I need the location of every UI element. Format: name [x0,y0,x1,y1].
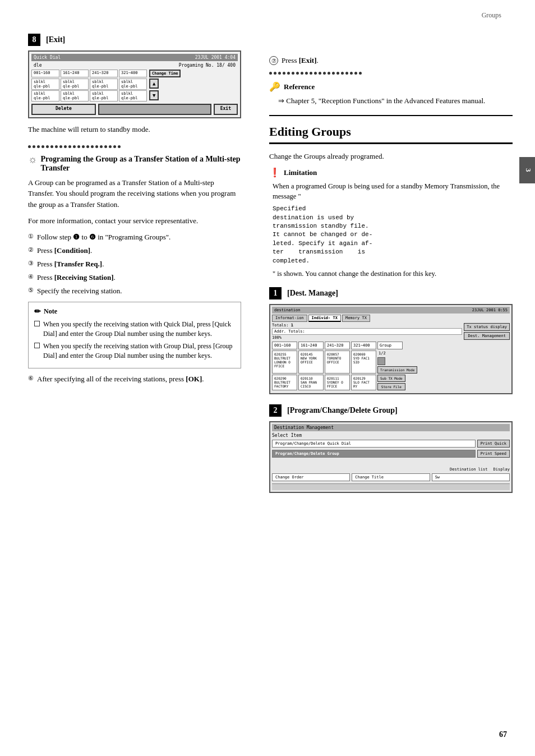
editing-groups-body: Change the Groups already programed. [269,151,513,162]
s3-change-title-btn[interactable]: Change Title [352,473,430,481]
screen-exit-btn[interactable]: Exit [214,104,238,115]
step-8-body: The machine will return to standby mode. [28,124,241,135]
s3-change-order-btn[interactable]: Change Order [272,473,350,481]
edit-step-2-block: 2 [Program/Change/Delete Group] Destinat… [269,404,513,493]
limitation-title-text: Limitation [284,168,317,177]
limitation-box: ❗ Limitation When a programed Group is b… [269,167,513,279]
s2-tx-status-btn[interactable]: Tx status display [464,323,510,331]
s2-col-group: Group [377,342,403,349]
step-6-num: ⑥ [28,374,34,384]
s3-btn4[interactable]: Print Speed [477,450,510,458]
screen-delete-btn[interactable]: Delete [31,104,96,115]
s3-btn1[interactable]: Program/Change/Delete Quick Dial [272,440,476,448]
s3-btn3[interactable]: Program/Change/Delete Group [272,450,476,458]
step-3-text: Press [Transfer Req.]. [37,259,104,269]
step-3-item: ③ Press [Transfer Req.]. [28,259,241,269]
press-exit-block: ⑦ Press [Exit]. [269,56,513,65]
dots-divider-1 [28,145,241,148]
page-label: Groups [482,11,507,20]
step-5-num: ⑤ [28,286,34,296]
step-8-title: [Exit] [46,35,65,44]
s2-row1c1: 020255BULTRUITLONDON OFFICE [272,351,297,374]
sun-icon: ☼ [28,154,38,165]
programing-section-title: ☼ Programing the Group as a Transfer Sta… [28,155,241,173]
step-2-item: ② Press [Condition]. [28,246,241,256]
step6-list: ⑥ After specifying all of the receiving … [28,374,241,384]
screen-col1: 001~160 [31,70,59,77]
limitation-text-end: " is shown. You cannot change the destin… [273,270,436,278]
s2-row2c1: 020290BULTRUITFACTORY [272,375,297,390]
step-4-item: ④ Press [Receiving Station]. [28,273,241,283]
s2-row2c2: 020110SAN FRANCISCO [298,375,324,390]
step-4-text: Press [Receiving Station]. [37,273,116,283]
s2-store-file-btn[interactable]: Store File [377,383,405,390]
s2-time: 23JUL 2001 0:55 [472,308,508,312]
step-1-num: ① [28,232,34,242]
limitation-text-intro: When a programed Group is being used for… [273,182,500,200]
s2-row1c3: 020057TORONTOOFFICE [325,351,350,374]
screen-dle-label: dle [34,63,41,68]
s3-sw-btn[interactable]: Sw [432,473,510,481]
note-checkbox-1 [34,321,40,326]
screen-col3: 241~320 [90,70,118,77]
note-item-2-text: When you specify the receiving station w… [43,342,235,361]
screen-change-time[interactable]: Change Time [149,70,181,77]
edit-step-2-screen: Destination Management Select Item Progr… [269,421,513,493]
step-6-item: ⑥ After specifying all of the receiving … [28,374,241,384]
step-1-item: ① Follow step ❶ to ❻ in "Programing Grou… [28,232,241,242]
step-2-text: Press [Condition]. [37,246,92,256]
step-3-num: ③ [28,259,34,269]
programing-steps-list: ① Follow step ❶ to ❻ in "Programing Grou… [28,232,241,297]
step-6-text: After specifying all of the receiving st… [37,374,204,384]
note-checkbox-2 [34,343,40,348]
limitation-monospace: Specifieddestination is used bytransmiss… [273,205,513,265]
s2-row1c4: 020069SYD FAC1SID [351,351,376,374]
s3-btn2[interactable]: Print Quick [477,440,510,448]
screen-progaming-no: Progaming No. 18/ 400 [179,63,236,68]
s2-individ-tab[interactable]: Individ- TX [308,315,341,322]
dots-divider-2 [269,72,513,75]
s2-sub-tx-btn[interactable]: Sub TX Mode [377,375,405,382]
s2-memory-tab[interactable]: Memory TX [342,315,370,322]
edit-step-2-title: [Program/Change/Delete Group] [287,406,398,415]
exclamation-icon: ❗ [269,167,280,178]
note-title-text: Note [44,307,57,316]
s2-col2: 161~240 [298,342,324,349]
reference-text: ⇒ Chapter 5, "Reception Functions" in th… [269,95,513,107]
pencil-icon: ✏ [34,307,41,316]
s2-row2c4: 020129SLO FACTRY [351,375,376,390]
s2-tx-mode-btn[interactable]: Transmission Mode [377,366,417,374]
screen-col2: 161~240 [61,70,89,77]
s2-dest-label: destination [274,308,300,312]
s3-dest-list-label: Destination list [450,467,493,472]
s3-display-label: Display [493,467,510,472]
note-item-1: When you specify the receiving station w… [34,320,235,339]
screen-top-time: 23JUL 2001 4:04 [195,55,236,60]
page-number: 67 [499,730,507,739]
step-8-screen: Quick Dial 23JUL 2001 4:04 dle Progaming… [28,50,241,118]
reference-title-text: Reference [284,82,315,91]
screen-top-label: Quick Dial [34,55,61,60]
edit-step-1-number: 1 [269,287,282,299]
programing-body2: For more information, contact your servi… [28,215,241,227]
circle-7: ⑦ [269,56,278,65]
s3-select-item: Select Item [272,433,510,438]
s2-col4: 321~400 [351,342,376,349]
s2-info-tab[interactable]: Informat-ion [272,315,307,322]
section-divider [269,115,513,116]
step-1-text: Follow step ❶ to ❻ in "Programing Groups… [37,232,170,242]
step-8-number: 8 [28,34,40,46]
edit-step-1-title: [Dest. Manage] [287,289,338,298]
s2-dest-mgmt-btn[interactable]: Dest. Management [464,332,510,340]
step-8-block: 8 [Exit] Quick Dial 23JUL 2001 4:04 dle … [28,34,241,135]
note-item-2: When you specify the receiving station w… [34,342,235,361]
reference-section: 🔑 Reference ⇒ Chapter 5, "Reception Func… [269,81,513,107]
s3-header-text: Destination Management [272,424,510,431]
limitation-item: When a programed Group is being used for… [269,181,513,279]
side-tab: 3 [519,157,535,183]
edit-step-2-number: 2 [269,404,282,417]
reference-icon: 🔑 [269,81,280,92]
step-5-item: ⑤ Specify the receiving station. [28,286,241,296]
note-box: ✏ Note When you specify the receiving st… [28,302,241,368]
editing-groups-title: Editing Groups [269,125,513,144]
